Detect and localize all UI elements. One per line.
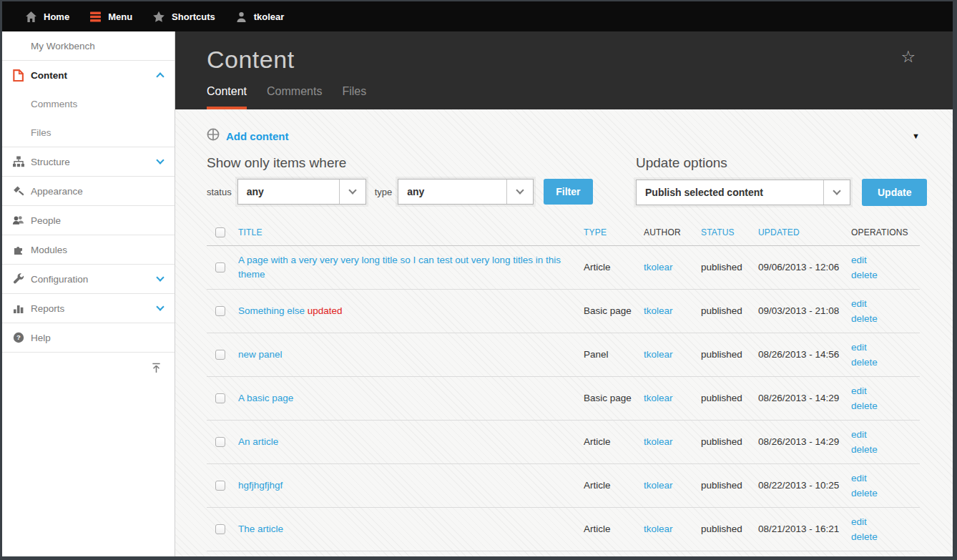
row-checkbox[interactable] [215,481,225,491]
row-checkbox[interactable] [215,393,225,403]
row-author-link[interactable]: tkolear [644,262,673,272]
update-button[interactable]: Update [862,179,927,206]
sidebar-item-help[interactable]: ? Help [2,323,175,352]
sidebar-item-comments[interactable]: Comments [2,89,175,118]
toolbar-item-label: Menu [108,11,132,22]
type-select[interactable]: any [398,179,534,205]
row-checkbox[interactable] [215,437,225,447]
star-icon [152,11,165,23]
row-author-link[interactable]: tkolear [644,349,673,360]
row-delete-link[interactable]: delete [851,486,910,501]
sidebar-item-structure[interactable]: Structure [2,147,175,176]
row-delete-link[interactable]: delete [851,267,910,283]
sidebar-item-reports[interactable]: Reports [2,294,175,323]
update-action-select[interactable]: Publish selected content [636,180,850,205]
chevron-down-icon [823,180,850,205]
row-updated: 08/26/2013 - 14:56 [758,348,851,362]
update-options-section: Update options Publish selected content … [636,155,927,206]
sidebar-item-content[interactable]: Content [2,61,175,89]
column-header-title[interactable]: TITLE [238,227,584,237]
row-updated: 08/21/2013 - 16:21 [758,522,851,536]
row-updated: 08/22/2013 - 10:25 [758,478,851,493]
document-icon [12,69,24,82]
status-select[interactable]: any [237,179,366,205]
toolbar-item-shortcuts[interactable]: Shortcuts [142,1,225,31]
sidebar-item-label: Structure [31,157,157,167]
tab-content[interactable]: Content [207,85,247,109]
row-author-link[interactable]: tkolear [644,305,673,316]
row-updated: 09/03/2013 - 21:08 [758,304,851,318]
collapse-triangle-icon[interactable]: ▼ [912,132,920,140]
row-checkbox[interactable] [215,524,225,534]
row-checkbox[interactable] [215,350,225,360]
page-title: Content [207,46,921,74]
toolbar-item-home[interactable]: Home [15,1,79,31]
sidebar-item-files[interactable]: Files [2,118,175,147]
add-content-link[interactable]: Add content [207,128,289,144]
row-delete-link[interactable]: delete [851,398,910,413]
row-checkbox[interactable] [215,306,225,316]
tab-comments[interactable]: Comments [267,85,322,109]
table-row: Something else updated Basic page tkolea… [207,290,920,333]
row-title-link[interactable]: new panel [238,349,283,360]
row-title-link[interactable]: The article [238,524,283,534]
row-delete-link[interactable]: delete [851,529,910,544]
row-edit-link[interactable]: edit [851,296,910,311]
row-status: published [701,348,758,362]
favorite-star-icon[interactable]: ☆ [900,49,916,65]
collapse-to-top-icon[interactable] [151,363,162,376]
row-type: Article [584,522,644,536]
row-delete-link[interactable]: delete [851,442,910,457]
row-author-link[interactable]: tkolear [644,393,673,403]
row-delete-link[interactable]: delete [851,355,910,370]
row-type: Article [584,435,644,449]
row-type: Article [584,260,644,275]
sidebar-item-people[interactable]: People [2,206,175,235]
row-edit-link[interactable]: edit [851,514,910,529]
row-title-link[interactable]: hgfjhgfjhgf [238,480,283,491]
row-type: Basic page [584,304,644,318]
row-title-link[interactable]: Something else [238,305,305,316]
toolbar-item-menu[interactable]: Menu [79,1,142,31]
row-edit-link[interactable]: edit [851,427,910,442]
select-all-checkbox[interactable] [215,227,225,237]
sidebar-item-modules[interactable]: Modules [2,235,175,264]
sidebar-item-label: Configuration [31,274,157,285]
row-author-link[interactable]: tkolear [644,436,673,447]
sidebar-item-configuration[interactable]: Configuration [2,265,175,293]
column-header-type[interactable]: TYPE [584,227,644,237]
paintbrush-icon [12,185,24,197]
row-edit-link[interactable]: edit [851,383,910,398]
tab-files[interactable]: Files [342,85,366,109]
row-updated-marker: updated [308,305,343,316]
row-status: published [701,391,758,406]
filter-button[interactable]: Filter [544,179,592,205]
row-author-link[interactable]: tkolear [644,480,673,491]
table-row: A page with a very very very long title … [207,246,920,290]
filter-section: Show only items where status any type an… [207,155,636,206]
row-checkbox[interactable] [215,262,225,272]
column-header-status[interactable]: STATUS [701,227,758,237]
row-author-link[interactable]: tkolear [644,524,673,534]
row-delete-link[interactable]: delete [851,311,910,326]
sidebar-item-my-workbench[interactable]: My Workbench [2,31,175,60]
row-type: Panel [584,348,644,362]
column-header-author: AUTHOR [644,227,701,237]
row-updated: 08/26/2013 - 14:29 [758,391,851,406]
sidebar-item-appearance[interactable]: Appearance [2,177,175,205]
chevron-down-icon [156,303,164,310]
column-header-updated[interactable]: UPDATED [758,227,851,237]
people-icon [12,215,24,226]
row-status: published [701,260,758,275]
toolbar-item-user[interactable]: tkolear [225,1,295,31]
row-edit-link[interactable]: edit [851,252,910,267]
row-status: published [701,522,758,536]
row-title-link[interactable]: A page with a very very very long title … [238,255,561,280]
row-title-link[interactable]: A basic page [238,393,293,403]
type-select-value: any [398,180,506,204]
sitemap-icon [12,156,24,167]
row-edit-link[interactable]: edit [851,340,910,355]
toolbar-item-label: tkolear [254,11,285,22]
row-title-link[interactable]: An article [238,436,278,447]
row-edit-link[interactable]: edit [851,471,910,486]
